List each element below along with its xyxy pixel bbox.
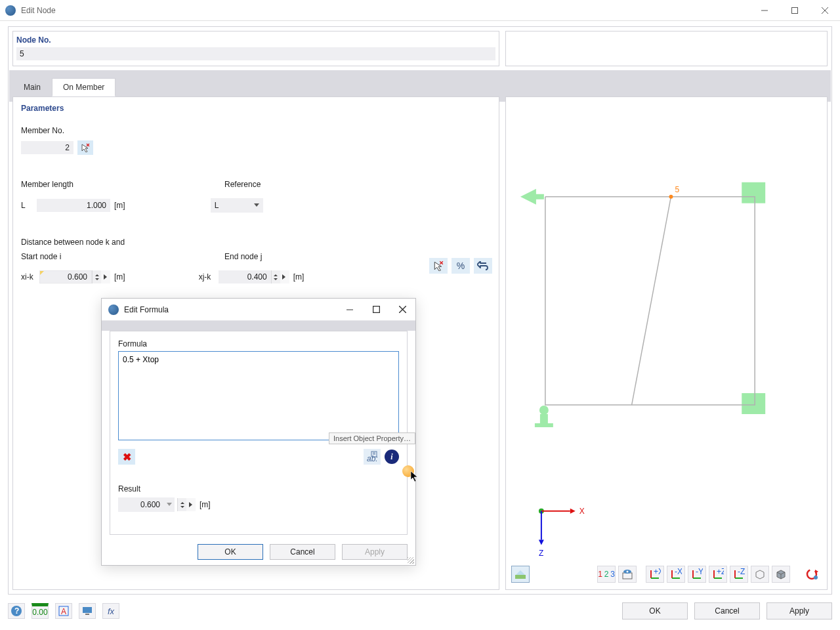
result-unit: [m]: [200, 500, 211, 509]
text-settings-button[interactable]: A: [55, 603, 72, 619]
xi-input[interactable]: 0.600: [39, 270, 92, 284]
tab-on-member[interactable]: On Member: [52, 78, 116, 96]
undo-tool-icon[interactable]: [474, 258, 492, 274]
svg-marker-24: [516, 570, 525, 575]
reset-view-button[interactable]: [803, 566, 822, 583]
svg-rect-25: [623, 573, 632, 579]
svg-marker-43: [756, 570, 764, 579]
svg-point-27: [627, 571, 629, 573]
parameters-heading: Parameters: [21, 104, 491, 113]
xj-unit: [m]: [293, 272, 304, 282]
l-symbol: L: [21, 201, 37, 210]
formula-ok-button[interactable]: OK: [198, 544, 263, 560]
axis-pz-button[interactable]: +Z: [709, 566, 727, 583]
svg-marker-21: [539, 540, 544, 545]
display-button[interactable]: [79, 603, 96, 619]
app-icon: [5, 5, 16, 16]
member-no-value: 2: [65, 143, 70, 152]
pick-tool-icon[interactable]: [429, 258, 448, 274]
show-numbering-button[interactable]: 1 2 3: [597, 566, 616, 583]
fx-button[interactable]: fx: [102, 603, 119, 619]
axis-nx-button[interactable]: -X: [667, 566, 685, 583]
preview-node-label: 5: [675, 185, 679, 194]
svg-rect-8: [742, 182, 765, 203]
bottom-toolbar: ? 0.00 A fx OK Cancel Apply: [8, 600, 832, 622]
svg-point-50: [814, 576, 818, 579]
formula-input[interactable]: [118, 351, 399, 440]
xj-play[interactable]: [280, 270, 289, 284]
tab-main[interactable]: Main: [12, 78, 52, 96]
start-node-label: Start node i: [21, 252, 224, 261]
svg-text:+Z: +Z: [717, 568, 724, 576]
svg-text:-Y: -Y: [696, 568, 703, 576]
formula-close-button[interactable]: [389, 299, 415, 321]
formula-app-icon: [108, 304, 119, 315]
svg-text:+X: +X: [654, 568, 661, 576]
axis-py-button[interactable]: -Y: [688, 566, 706, 583]
svg-text:ab:: ab:: [367, 454, 378, 463]
formula-footer: OK Cancel Apply: [102, 539, 415, 565]
resize-grip[interactable]: [408, 557, 414, 564]
help-button[interactable]: ?: [8, 603, 25, 619]
right-header-panel: [505, 31, 828, 66]
preview-panel: 5 X Z 1 2 3 +X: [505, 96, 828, 590]
xi-symbol: xi-k: [21, 272, 39, 282]
minimize-button[interactable]: [749, 0, 780, 21]
axis-px-button[interactable]: +X: [646, 566, 664, 583]
formula-apply-button[interactable]: Apply: [342, 544, 408, 560]
titlebar: Edit Node: [0, 0, 840, 21]
svg-text:?: ?: [14, 606, 19, 616]
formula-titlebar[interactable]: Edit Formula: [102, 299, 415, 321]
formula-info-button[interactable]: i: [385, 450, 399, 464]
xj-value: 0.400: [247, 272, 267, 282]
edit-formula-dialog: Edit Formula Formula ✖ ab: i Result 0.60…: [101, 298, 416, 566]
ok-button[interactable]: OK: [622, 602, 688, 620]
svg-line-14: [632, 197, 671, 405]
xi-spinner[interactable]: [92, 270, 101, 284]
result-value: 0.600: [118, 497, 164, 512]
axis-nz-button[interactable]: -Z: [730, 566, 748, 583]
svg-point-11: [539, 406, 549, 415]
percent-tool-icon[interactable]: %: [452, 258, 470, 274]
formula-maximize-button[interactable]: [363, 299, 389, 321]
svg-text:Z: Z: [539, 549, 543, 558]
cancel-button[interactable]: Cancel: [694, 602, 760, 620]
result-dropdown[interactable]: [164, 497, 175, 512]
cube-view-button[interactable]: [772, 566, 790, 583]
member-no-label: Member No.: [21, 126, 491, 135]
svg-marker-10: [520, 189, 544, 205]
xj-input[interactable]: 0.400: [219, 270, 271, 284]
reference-dropdown[interactable]: L: [211, 198, 263, 213]
node-no-heading: Node No.: [16, 35, 495, 45]
svg-marker-18: [570, 509, 576, 514]
formula-abc-button[interactable]: ab:: [364, 449, 381, 465]
node-no-input[interactable]: 5: [16, 47, 495, 60]
close-button[interactable]: [810, 0, 840, 21]
tooltip: Insert Object Property…: [329, 432, 415, 444]
member-no-input[interactable]: 2: [21, 141, 74, 154]
preview-mode-button[interactable]: [511, 566, 530, 583]
xj-spinner[interactable]: [271, 270, 280, 284]
preview-canvas[interactable]: 5 X Z: [506, 97, 827, 595]
tabs: Main On Member: [12, 78, 116, 96]
svg-text:A: A: [61, 607, 66, 616]
pick-member-button[interactable]: [77, 140, 93, 155]
result-label: Result: [118, 484, 399, 494]
formula-clear-button[interactable]: ✖: [118, 449, 135, 465]
iso-view-button[interactable]: [751, 566, 769, 583]
svg-rect-1: [792, 7, 798, 13]
units-button[interactable]: 0.00: [32, 603, 49, 619]
xi-value: 0.600: [68, 272, 87, 282]
formula-cancel-button[interactable]: Cancel: [270, 544, 335, 560]
show-view-button[interactable]: [618, 566, 637, 583]
maximize-button[interactable]: [780, 0, 810, 21]
svg-rect-9: [742, 393, 765, 414]
result-spinner[interactable]: [177, 498, 186, 511]
svg-rect-56: [85, 614, 89, 615]
result-play[interactable]: [186, 498, 196, 511]
svg-rect-23: [515, 575, 526, 579]
xi-play[interactable]: [101, 270, 110, 284]
apply-button[interactable]: Apply: [766, 602, 832, 620]
formula-title: Edit Formula: [124, 305, 169, 314]
formula-minimize-button[interactable]: [337, 299, 363, 321]
